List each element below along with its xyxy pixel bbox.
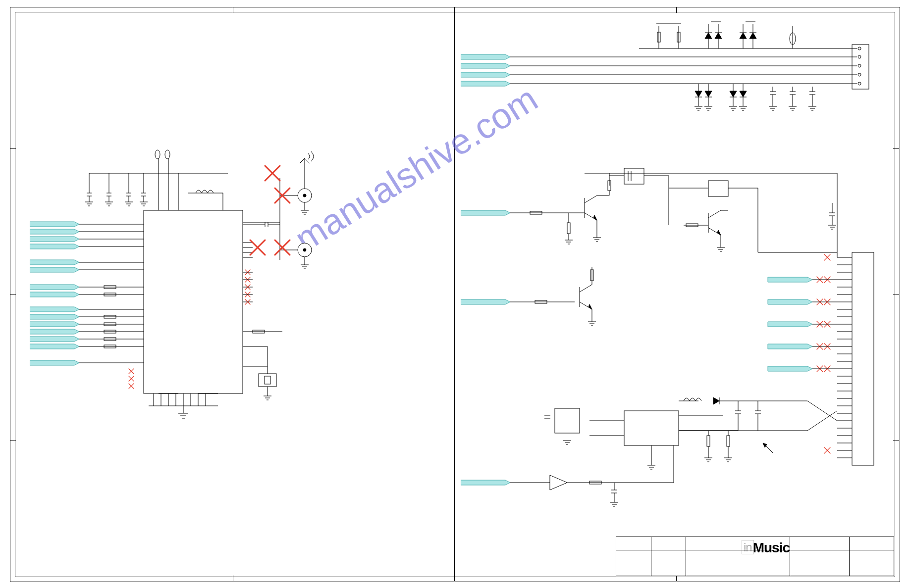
svg-rect-333 [708, 181, 728, 196]
dnp-markers [250, 166, 290, 255]
svg-marker-295 [768, 299, 812, 304]
svg-marker-12 [30, 322, 79, 327]
svg-point-175 [858, 82, 861, 85]
svg-marker-198 [695, 91, 702, 97]
svg-marker-5 [30, 244, 79, 249]
svg-marker-413 [461, 480, 510, 485]
brand-logo-main: Music [753, 540, 790, 555]
svg-marker-7 [30, 267, 79, 272]
frame-tick [893, 148, 899, 149]
svg-marker-2 [30, 222, 79, 227]
svg-marker-415 [550, 475, 567, 490]
svg-marker-9 [30, 292, 79, 297]
svg-marker-342 [717, 230, 721, 235]
svg-marker-314 [593, 215, 597, 220]
svg-marker-297 [768, 344, 812, 349]
svg-marker-385 [713, 397, 719, 404]
svg-marker-204 [730, 91, 737, 97]
svg-point-96 [155, 150, 160, 159]
svg-marker-309 [461, 210, 510, 215]
svg-marker-160 [461, 81, 510, 86]
svg-line-389 [807, 411, 837, 431]
svg-rect-395 [727, 436, 730, 446]
svg-rect-394 [707, 436, 710, 446]
svg-marker-4 [30, 237, 79, 242]
svg-line-340 [708, 210, 721, 218]
svg-marker-412 [763, 443, 767, 447]
svg-marker-10 [30, 307, 79, 312]
svg-marker-13 [30, 329, 79, 334]
svg-point-171 [858, 64, 861, 67]
svg-rect-317 [567, 223, 570, 234]
frame-tick [10, 294, 16, 294]
svg-point-169 [858, 55, 861, 58]
schematic-sheet: manualshive.com [0, 0, 909, 588]
frame-tick [893, 294, 899, 294]
svg-marker-201 [705, 91, 712, 97]
svg-line-108 [305, 158, 310, 163]
svg-rect-326 [624, 168, 644, 184]
svg-marker-181 [705, 33, 712, 39]
svg-marker-207 [740, 91, 747, 97]
brand-logo-prefix: in [742, 540, 754, 554]
svg-point-167 [858, 47, 861, 50]
svg-marker-187 [740, 33, 747, 39]
sheet-divider [454, 7, 455, 581]
svg-line-312 [585, 196, 597, 203]
svg-line-388 [807, 401, 837, 421]
svg-marker-294 [768, 277, 812, 282]
svg-point-103 [303, 194, 306, 197]
left-schematic [30, 148, 347, 426]
svg-marker-363 [588, 304, 592, 309]
svg-marker-159 [461, 72, 510, 77]
svg-line-107 [300, 158, 305, 163]
board-connector [852, 252, 874, 465]
svg-marker-11 [30, 314, 79, 319]
regulator-ic [624, 411, 679, 445]
svg-marker-298 [768, 366, 812, 371]
svg-rect-149 [265, 376, 270, 384]
frame-tick [10, 148, 16, 149]
svg-marker-357 [461, 299, 510, 304]
frame-tick [10, 441, 16, 441]
ic-block [144, 210, 243, 393]
svg-marker-184 [715, 33, 722, 39]
svg-line-361 [580, 285, 592, 292]
right-main-schematic [461, 153, 892, 530]
svg-marker-157 [461, 54, 510, 59]
svg-marker-6 [30, 260, 79, 265]
title-block: inMusic [616, 537, 894, 576]
svg-point-97 [165, 150, 170, 159]
right-top-schematic [461, 20, 892, 134]
frame-tick [676, 7, 677, 13]
svg-marker-158 [461, 63, 510, 68]
svg-rect-375 [555, 408, 580, 433]
brand-logo: inMusic [742, 540, 790, 556]
svg-point-105 [303, 248, 306, 251]
frame-tick [893, 441, 899, 441]
frame-tick [233, 575, 233, 581]
svg-marker-296 [768, 322, 812, 327]
svg-marker-3 [30, 229, 79, 234]
svg-marker-14 [30, 337, 79, 342]
svg-rect-148 [259, 374, 276, 387]
svg-marker-16 [30, 360, 79, 365]
svg-point-173 [858, 73, 861, 76]
frame-tick [233, 7, 233, 13]
svg-marker-15 [30, 344, 79, 349]
svg-marker-8 [30, 285, 79, 290]
svg-marker-190 [749, 33, 756, 39]
